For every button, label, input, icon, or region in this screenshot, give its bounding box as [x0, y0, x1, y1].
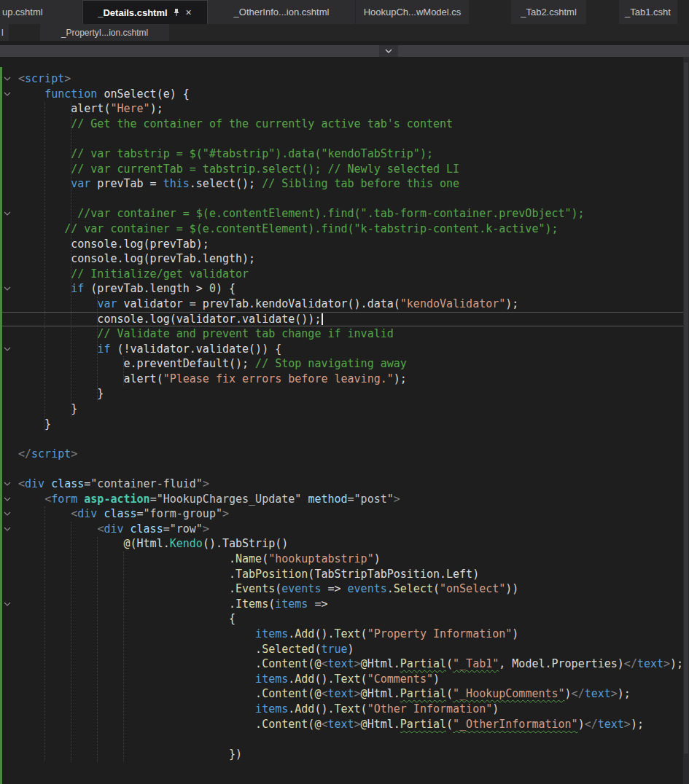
- code-token: e.preventDefault();: [18, 357, 255, 370]
- code-line[interactable]: <script>: [0, 71, 689, 87]
- code-token: div: [77, 507, 97, 520]
- splitter-bar[interactable]: [0, 45, 689, 57]
- code-token: =: [348, 493, 354, 506]
- fold-chevron-icon[interactable]: [4, 511, 11, 516]
- code-line[interactable]: [0, 461, 689, 477]
- editor-tab--tab2-cshtml[interactable]: _Tab2.cshtml: [511, 0, 587, 24]
- code-token: );: [505, 297, 518, 310]
- code-token: .: [18, 718, 262, 731]
- editor-tab--propertyi-ion-cshtml[interactable]: _PropertyI...ion.cshtml: [40, 24, 170, 41]
- code-token: asp-action: [84, 493, 149, 506]
- fold-chevron-icon[interactable]: [4, 77, 11, 81]
- code-token: (: [268, 597, 275, 611]
- code-line[interactable]: </script>: [0, 447, 689, 462]
- code-line[interactable]: alert("Here");: [0, 101, 689, 117]
- fold-chevron-icon[interactable]: [4, 482, 11, 486]
- pin-icon[interactable]: [173, 8, 180, 17]
- code-line[interactable]: <form asp-action="HookupCharges_Update" …: [0, 492, 689, 507]
- code-line[interactable]: .TabPosition(TabStripTabPosition.Left): [0, 567, 689, 582]
- code-line[interactable]: .Content(@<text>@Html.Partial("_Tab1", M…: [0, 656, 689, 672]
- code-line[interactable]: <div class="form-group">: [0, 506, 689, 522]
- code-line[interactable]: // Get the container of the currently ac…: [0, 117, 689, 132]
- code-line[interactable]: .Selected(true): [0, 642, 689, 657]
- code-token: >: [222, 507, 229, 520]
- code-line[interactable]: alert("Please fix errors before leaving.…: [0, 372, 689, 387]
- code-line[interactable]: items.Add().Text("Comments"): [0, 672, 689, 687]
- code-line[interactable]: // Validate and prevent tab change if in…: [0, 326, 689, 342]
- code-token: =: [150, 493, 157, 506]
- code-line[interactable]: var prevTab = this.select(); // Sibling …: [0, 176, 689, 192]
- code-line[interactable]: .Items(items =>: [0, 597, 689, 612]
- code-line[interactable]: console.log(prevTab);: [0, 237, 689, 252]
- editor-tab--otherinfo-ion-cshtml[interactable]: _OtherInfo...ion.cshtml: [208, 0, 356, 24]
- code-line[interactable]: <div class="row">: [0, 522, 689, 537]
- code-line[interactable]: @(Html.Kendo().TabStrip(): [0, 536, 689, 552]
- code-line[interactable]: var validator = prevTab.kendoValidator()…: [0, 297, 689, 312]
- code-token: console.log(validator.validate());: [18, 313, 321, 326]
- fold-chevron-icon[interactable]: [4, 602, 11, 606]
- code-token: )): [505, 582, 518, 595]
- code-editor[interactable]: <script> function onSelect(e) { alert("H…: [0, 57, 689, 784]
- editor-tab-hookupch-wmodel-cs[interactable]: HookupCh...wModel.cs: [356, 0, 470, 24]
- fold-chevron-icon[interactable]: [4, 527, 11, 531]
- code-token: .: [288, 627, 295, 640]
- code-line[interactable]: function onSelect(e) {: [0, 87, 689, 102]
- code-line[interactable]: // var currentTab = tabstrip.select(); /…: [0, 162, 689, 177]
- editor-tab--tab1-csht[interactable]: _Tab1.csht: [619, 0, 678, 24]
- editor-tab-l[interactable]: l: [0, 24, 9, 41]
- code-line[interactable]: e.preventDefault(); // Stop navigating a…: [0, 356, 689, 372]
- code-token: "Comments": [367, 673, 433, 686]
- tab-overflow-button[interactable]: [379, 45, 398, 57]
- code-token: Text: [334, 702, 360, 716]
- code-token: [18, 342, 97, 356]
- fold-chevron-icon[interactable]: [4, 497, 11, 501]
- code-line[interactable]: }): [0, 747, 689, 762]
- code-token: "Here": [110, 102, 149, 115]
- code-line[interactable]: // var container = $(e.contentElement).f…: [0, 222, 689, 237]
- code-line[interactable]: // Initialize/get validator: [0, 267, 689, 282]
- code-line[interactable]: if (!validator.validate()) {: [0, 342, 689, 357]
- code-token: [18, 177, 71, 190]
- fold-chevron-icon[interactable]: [4, 211, 11, 216]
- code-line[interactable]: <div class="container-fluid">: [0, 477, 689, 492]
- code-line[interactable]: [0, 192, 689, 207]
- editor-tab--details-cshtml[interactable]: _Details.cshtml×: [82, 0, 208, 24]
- code-line[interactable]: [0, 131, 689, 146]
- code-token: }: [18, 402, 77, 415]
- code-line[interactable]: }: [0, 417, 689, 432]
- code-line[interactable]: [0, 732, 689, 747]
- code-token: "_HookupComments": [453, 687, 565, 700]
- code-token: .select();: [190, 177, 262, 190]
- code-line[interactable]: // var tabstrip = $("#tabstrip").data("k…: [0, 146, 689, 162]
- code-line[interactable]: console.log(prevTab.length);: [0, 251, 689, 267]
- code-token: "row": [170, 522, 203, 536]
- code-token: }: [18, 418, 51, 431]
- code-line[interactable]: .Events(events => events.Select("onSelec…: [0, 581, 689, 597]
- code-line[interactable]: items.Add().Text("Other Information"): [0, 702, 689, 717]
- fold-chevron-icon[interactable]: [4, 286, 11, 291]
- fold-chevron-icon[interactable]: [4, 347, 11, 351]
- code-line[interactable]: .Content(@<text>@Html.Partial("_HookupCo…: [0, 686, 689, 702]
- vertical-scrollbar[interactable]: [683, 57, 689, 784]
- code-token: @(: [124, 537, 137, 550]
- code-line[interactable]: if (prevTab.length > 0) {: [0, 281, 689, 297]
- code-line[interactable]: }: [0, 386, 689, 401]
- code-line[interactable]: items.Add().Text("Property Information"): [0, 627, 689, 642]
- code-token: "_Tab1": [453, 657, 499, 670]
- close-icon[interactable]: ×: [185, 7, 192, 17]
- code-line[interactable]: .Content(@<text>@Html.Partial("_OtherInf…: [0, 717, 689, 732]
- code-token: "kendoValidator": [400, 297, 506, 310]
- code-token: Add: [295, 627, 314, 640]
- code-token: =: [137, 507, 144, 520]
- code-line[interactable]: [0, 431, 689, 447]
- code-line[interactable]: }: [0, 401, 689, 417]
- code-line[interactable]: //var container = $(e.contentElement).fi…: [0, 206, 689, 222]
- code-line[interactable]: {: [0, 611, 689, 627]
- code-lines[interactable]: <script> function onSelect(e) { alert("H…: [0, 57, 689, 761]
- scrollbar-thumb[interactable]: [684, 63, 688, 753]
- code-token: (: [446, 718, 453, 731]
- code-line-current[interactable]: console.log(validator.validate());: [0, 312, 689, 327]
- fold-chevron-icon[interactable]: [4, 92, 11, 96]
- editor-tab-up-cshtml[interactable]: up.cshtml: [0, 0, 82, 24]
- code-line[interactable]: .Name("hookuptabstrip"): [0, 552, 689, 567]
